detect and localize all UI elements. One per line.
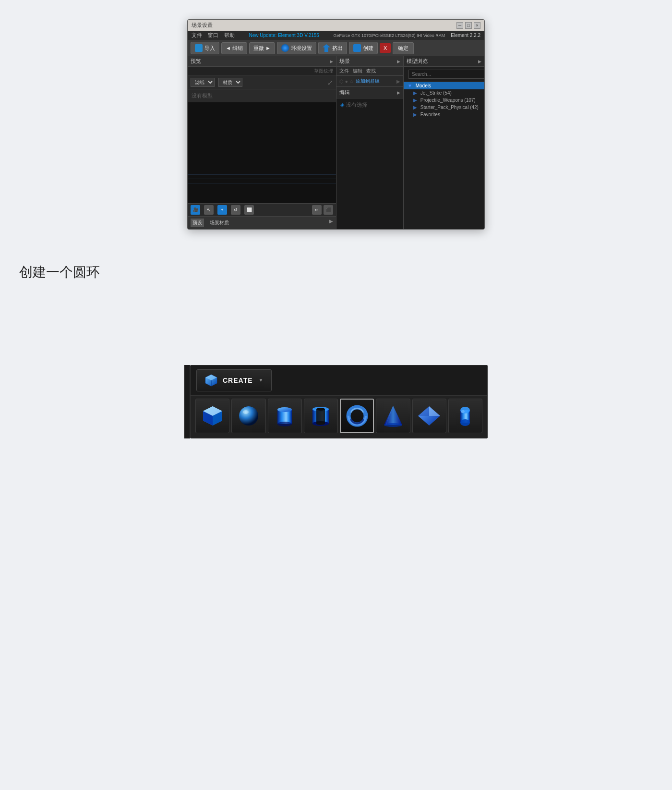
no-select-text: ◈ 没有选择	[336, 98, 403, 111]
folder-sub-icon-3: ▶	[413, 105, 417, 110]
toolbar: 导入 ◄ 缉销 重微 ► 环境设置 挤出 创建 X 确定	[188, 40, 484, 56]
tree-favorites[interactable]: ▶ Favorites	[404, 111, 484, 118]
shape-cylinder-button[interactable]	[268, 399, 302, 433]
shape-cube-button[interactable]	[195, 399, 229, 433]
draft-texture-bar: 草图纹理	[188, 67, 336, 76]
scene-header: 场景 ▶	[336, 56, 403, 67]
screen-icon[interactable]: ⬛	[324, 205, 333, 215]
cursor-icon[interactable]: ↖	[204, 205, 214, 215]
export-button[interactable]: 挤出	[318, 42, 347, 54]
svg-point-21	[384, 423, 402, 427]
top-section: 场景设置 ─ □ × 文件 窗口 帮助 New Update: Element …	[0, 0, 672, 249]
create-icon	[353, 44, 361, 52]
menu-edit-mid[interactable]: 编辑	[353, 68, 362, 74]
tree-projectile-weapons[interactable]: ▶ Projectile_Weapons (107)	[404, 97, 484, 104]
menu-help[interactable]: 帮助	[224, 32, 235, 39]
titlebar-controls: ─ □ ×	[456, 22, 480, 29]
svg-point-28	[460, 419, 470, 426]
camera-icon[interactable]: 🎥	[191, 205, 200, 215]
create-main-button[interactable]: CREATE ▼	[196, 369, 272, 391]
folder-sub-icon-4: ▶	[413, 112, 417, 117]
menu-window[interactable]: 窗口	[208, 32, 218, 39]
bottom-section: CREATE ▼	[0, 291, 672, 531]
preview-header: 预览 ▶	[188, 56, 336, 67]
search-input[interactable]	[408, 70, 485, 79]
scene-arrow: ▶	[397, 59, 400, 64]
right-panel: 模型浏览 ▶ ▼ Models ▶ Jet_Strike (54) ▶ Proj…	[404, 56, 484, 229]
tree-starter-pack[interactable]: ▶ Starter_Pack_Physical (42)	[404, 104, 484, 111]
panel-expand-arrow[interactable]: ▶	[329, 219, 333, 227]
svg-point-8	[243, 410, 249, 414]
menu-search-mid[interactable]: 查找	[366, 68, 376, 74]
import-button[interactable]: 导入	[191, 42, 219, 54]
shapes-row	[191, 395, 487, 438]
search-container	[404, 67, 484, 82]
frame-icon[interactable]: ⬜	[244, 205, 254, 215]
no-select-icon: ◈	[340, 102, 344, 108]
create-toolbar: CREATE ▼	[191, 365, 487, 395]
material-select[interactable]: 材质	[218, 78, 242, 87]
heading-section: 创建一个圆环	[0, 249, 672, 291]
svg-point-17	[316, 422, 325, 425]
shape-torus-button[interactable]	[340, 399, 374, 433]
sphere-shape-icon	[237, 404, 261, 428]
minimize-button[interactable]: ─	[456, 22, 463, 29]
bottom-tabs: 预设 场景材质 ▶	[188, 216, 336, 229]
cylinder-shape-icon	[273, 404, 297, 428]
page-heading: 创建一个圆环	[19, 263, 653, 281]
undo-icon[interactable]: ↩	[312, 205, 322, 215]
menubar: 文件 窗口 帮助 New Update: Element 3D V.2155 G…	[188, 31, 484, 40]
repeat-button[interactable]: 重微 ►	[249, 42, 275, 54]
shape-tube-button[interactable]	[304, 399, 338, 433]
models-header: 模型浏览 ▶	[404, 56, 484, 67]
refresh-icon[interactable]: ↺	[231, 205, 240, 215]
tube-shape-icon	[309, 404, 333, 428]
add-icon[interactable]: +	[217, 205, 227, 215]
add-group-label[interactable]: 添加到群组	[356, 78, 380, 85]
create-label: CREATE	[223, 377, 253, 384]
environment-button[interactable]: 环境设置	[277, 42, 316, 54]
bottom-container: CREATE ▼	[19, 291, 653, 512]
close-x-button[interactable]: X	[380, 43, 391, 53]
scene-menu: 文件 编辑 查找	[336, 67, 403, 76]
panel-arrow: ▶	[330, 59, 333, 64]
tab-preset[interactable]: 预设	[191, 219, 204, 227]
shape-cone-button[interactable]	[376, 399, 410, 433]
panel-footer: 🎥 ↖ + ↺ ⬜ ↩ ⬛	[188, 203, 336, 216]
gpu-text: GeForce GTX 1070/PCIe/SSE2 LTS26(52) IHI…	[333, 33, 445, 38]
titlebar-title: 场景设置	[192, 22, 213, 29]
add-group-bar: ⬡ ● ☆ 添加到群组 ▶	[336, 76, 403, 87]
shape-capsule-button[interactable]	[448, 399, 482, 433]
create-button[interactable]: 创建	[349, 42, 378, 54]
torus-shape-icon	[344, 403, 370, 429]
confirm-button[interactable]: 确定	[393, 42, 414, 54]
expand-icon[interactable]: ⤢	[327, 79, 333, 86]
maximize-button[interactable]: □	[465, 22, 472, 29]
create-cube-icon	[204, 374, 218, 387]
svg-point-11	[277, 422, 292, 426]
import-icon	[195, 44, 203, 52]
export-icon	[323, 44, 330, 52]
tree-jet-strike[interactable]: ▶ Jet_Strike (54)	[404, 89, 484, 97]
left-accent-bar	[184, 365, 190, 438]
filter-select[interactable]: 滤纸	[191, 78, 215, 87]
tab-scene-material[interactable]: 场景材质	[208, 219, 231, 227]
shape-diamond-button[interactable]	[412, 399, 446, 433]
menu-file-mid[interactable]: 文件	[339, 68, 349, 74]
dropdown-arrow: ▼	[259, 377, 264, 383]
right-icons: ↩ ⬛	[312, 205, 333, 215]
svg-marker-20	[384, 406, 402, 425]
shape-sphere-button[interactable]	[231, 399, 265, 433]
tree-models-root[interactable]: ▼ Models	[404, 82, 484, 89]
capsule-shape-icon	[453, 404, 477, 428]
diamond-shape-icon	[417, 404, 441, 428]
close-button[interactable]: ×	[474, 22, 480, 29]
globe-icon	[281, 44, 289, 52]
folder-sub-icon-2: ▶	[413, 97, 417, 103]
menu-file[interactable]: 文件	[192, 32, 202, 39]
svg-point-7	[239, 406, 258, 425]
folder-icon: ▼	[408, 83, 412, 88]
cone-shape-icon	[381, 404, 405, 428]
create-panel-wrapper: CREATE ▼	[184, 365, 488, 438]
weave-button[interactable]: ◄ 缉销	[221, 42, 247, 54]
